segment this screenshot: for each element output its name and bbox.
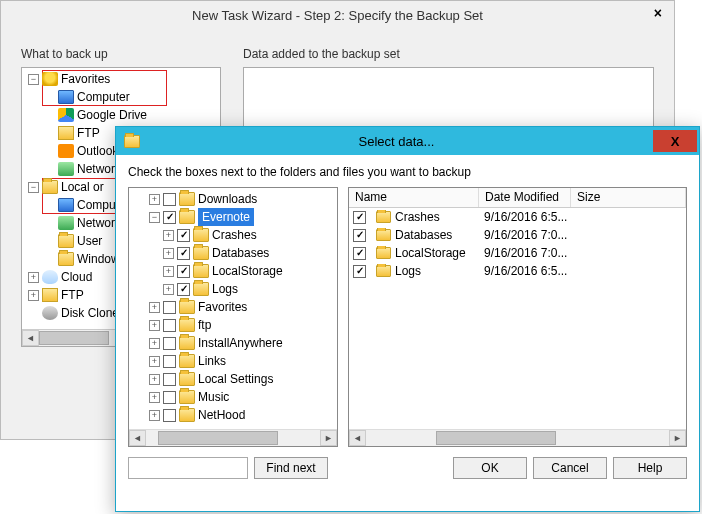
- expander-plus-icon[interactable]: +: [28, 290, 39, 301]
- folder-icon: [179, 300, 195, 314]
- checkbox[interactable]: [353, 211, 366, 224]
- checkbox[interactable]: [177, 283, 190, 296]
- scroll-right-icon[interactable]: ►: [320, 430, 337, 446]
- expander-minus-icon[interactable]: −: [28, 182, 39, 193]
- scroll-left-icon[interactable]: ◄: [22, 330, 39, 346]
- folder-tree[interactable]: +Downloads −Evernote +Crashes +Databases…: [128, 187, 338, 447]
- search-input[interactable]: [128, 457, 248, 479]
- tree-item-ftp2[interactable]: FTP: [61, 286, 84, 304]
- checkbox[interactable]: [353, 247, 366, 260]
- checkbox[interactable]: [163, 355, 176, 368]
- tree-item-music[interactable]: Music: [198, 388, 229, 406]
- expander-minus-icon[interactable]: −: [28, 74, 39, 85]
- scroll-left-icon[interactable]: ◄: [349, 430, 366, 446]
- checkbox[interactable]: [163, 211, 176, 224]
- column-size[interactable]: Size: [571, 188, 686, 207]
- folder-icon: [376, 229, 391, 241]
- select-data-dialog: Select data... X Check the boxes next to…: [115, 126, 700, 512]
- checkbox[interactable]: [163, 193, 176, 206]
- folder-icon: [376, 211, 391, 223]
- tree-item-localsettings[interactable]: Local Settings: [198, 370, 273, 388]
- checkbox[interactable]: [177, 265, 190, 278]
- expander-plus-icon[interactable]: +: [149, 392, 160, 403]
- expander-plus-icon[interactable]: +: [163, 284, 174, 295]
- tree-item-outlook[interactable]: Outlook: [77, 142, 118, 160]
- column-name[interactable]: Name: [349, 188, 479, 207]
- expander-plus-icon[interactable]: +: [163, 248, 174, 259]
- tree-item-databases[interactable]: Databases: [212, 244, 269, 262]
- checkbox[interactable]: [163, 337, 176, 350]
- tree-item-ftp[interactable]: ftp: [198, 316, 211, 334]
- checkbox[interactable]: [163, 319, 176, 332]
- tree-item-installanywhere[interactable]: InstallAnywhere: [198, 334, 283, 352]
- close-icon[interactable]: ×: [654, 5, 662, 21]
- favorites-icon: [42, 72, 58, 86]
- expander-plus-icon[interactable]: +: [163, 230, 174, 241]
- file-list[interactable]: Name Date Modified Size Crashes9/16/2016…: [348, 187, 687, 447]
- checkbox[interactable]: [163, 373, 176, 386]
- wizard-title: New Task Wizard - Step 2: Specify the Ba…: [192, 8, 483, 23]
- tree-item-ftp[interactable]: FTP: [77, 124, 100, 142]
- scrollbar-horizontal[interactable]: ◄ ►: [349, 429, 686, 446]
- checkbox[interactable]: [163, 409, 176, 422]
- tree-item-nethood[interactable]: NetHood: [198, 406, 245, 424]
- tree-item-crashes[interactable]: Crashes: [212, 226, 257, 244]
- checkbox[interactable]: [163, 391, 176, 404]
- tree-item-local[interactable]: Local or: [61, 178, 104, 196]
- modal-titlebar[interactable]: Select data... X: [116, 127, 699, 155]
- cancel-button[interactable]: Cancel: [533, 457, 607, 479]
- checkbox[interactable]: [353, 229, 366, 242]
- folder-icon: [179, 336, 195, 350]
- expander-plus-icon[interactable]: +: [149, 338, 160, 349]
- expander-plus-icon[interactable]: +: [28, 272, 39, 283]
- expander-plus-icon[interactable]: +: [149, 356, 160, 367]
- tree-item-user[interactable]: User: [77, 232, 102, 250]
- expander-plus-icon[interactable]: +: [149, 374, 160, 385]
- expander-plus-icon[interactable]: +: [149, 302, 160, 313]
- tree-item-favorites[interactable]: Favorites: [198, 298, 247, 316]
- row-date: 9/16/2016 6:5...: [478, 264, 570, 278]
- ftp-icon: [58, 126, 74, 140]
- tree-item-computer[interactable]: Computer: [77, 88, 130, 106]
- list-row[interactable]: Databases9/16/2016 7:0...: [349, 226, 686, 244]
- checkbox[interactable]: [353, 265, 366, 278]
- list-row[interactable]: Logs9/16/2016 6:5...: [349, 262, 686, 280]
- find-next-button[interactable]: Find next: [254, 457, 328, 479]
- expander-plus-icon[interactable]: +: [149, 194, 160, 205]
- list-row[interactable]: LocalStorage9/16/2016 7:0...: [349, 244, 686, 262]
- help-button[interactable]: Help: [613, 457, 687, 479]
- tree-item-localstorage[interactable]: LocalStorage: [212, 262, 283, 280]
- tree-item-downloads[interactable]: Downloads: [198, 190, 257, 208]
- expander-plus-icon[interactable]: +: [149, 410, 160, 421]
- ok-button[interactable]: OK: [453, 457, 527, 479]
- folder-icon: [179, 354, 195, 368]
- folder-icon: [193, 282, 209, 296]
- folder-icon: [179, 192, 195, 206]
- checkbox[interactable]: [177, 229, 190, 242]
- folder-icon: [193, 264, 209, 278]
- scroll-left-icon[interactable]: ◄: [129, 430, 146, 446]
- tree-item-favorites[interactable]: Favorites: [61, 70, 110, 88]
- expander-plus-icon[interactable]: +: [163, 266, 174, 277]
- tree-item-cloud[interactable]: Cloud: [61, 268, 92, 286]
- wizard-titlebar: New Task Wizard - Step 2: Specify the Ba…: [1, 1, 674, 29]
- list-row[interactable]: Crashes9/16/2016 6:5...: [349, 208, 686, 226]
- scrollbar-horizontal[interactable]: ◄ ►: [129, 429, 337, 446]
- tree-item-evernote[interactable]: Evernote: [198, 208, 254, 226]
- tree-item-gdrive[interactable]: Google Drive: [77, 106, 147, 124]
- computer-icon: [58, 90, 74, 104]
- expander-minus-icon[interactable]: −: [149, 212, 160, 223]
- column-date[interactable]: Date Modified: [479, 188, 571, 207]
- list-header[interactable]: Name Date Modified Size: [349, 188, 686, 208]
- close-button[interactable]: X: [653, 130, 697, 152]
- row-name: Logs: [395, 264, 421, 278]
- expander-plus-icon[interactable]: +: [149, 320, 160, 331]
- checkbox[interactable]: [177, 247, 190, 260]
- tree-item-logs[interactable]: Logs: [212, 280, 238, 298]
- tree-item-diskclone[interactable]: Disk Clone: [61, 304, 119, 322]
- tree-item-links[interactable]: Links: [198, 352, 226, 370]
- scroll-right-icon[interactable]: ►: [669, 430, 686, 446]
- folder-icon: [58, 252, 74, 266]
- network-icon: [58, 162, 74, 176]
- checkbox[interactable]: [163, 301, 176, 314]
